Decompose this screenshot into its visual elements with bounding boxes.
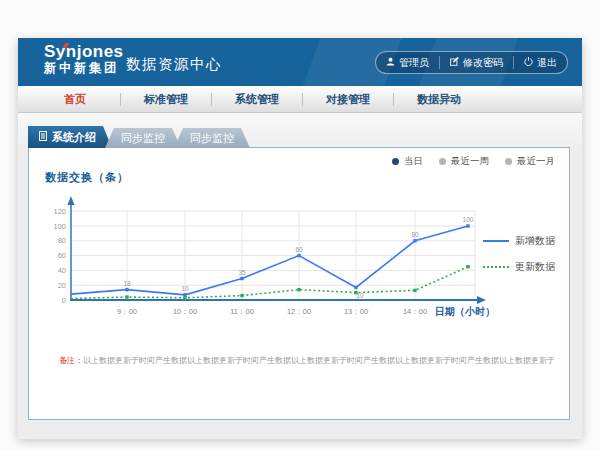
svg-text:12：00: 12：00: [287, 307, 311, 316]
svg-text:日期（小时）: 日期（小时）: [435, 306, 495, 317]
svg-text:14：00: 14：00: [403, 307, 427, 316]
svg-text:9：00: 9：00: [117, 307, 137, 316]
radio-dot-icon: [505, 158, 512, 165]
legend-item-new-data: 新增数据: [483, 234, 563, 248]
filter-last-month[interactable]: 最近一月: [505, 155, 555, 168]
svg-text:120: 120: [53, 207, 66, 216]
svg-text:80: 80: [411, 231, 419, 238]
change-password-button[interactable]: 修改密码: [440, 56, 514, 69]
logout-label: 退出: [537, 56, 557, 70]
svg-text:100: 100: [53, 222, 66, 231]
filter-label: 最近一月: [517, 155, 555, 168]
data-exchange-line-chart: 0204060801001209：0010：0011：0012：0013：001…: [29, 188, 499, 323]
nav-item-system-mgmt[interactable]: 系统管理: [212, 93, 303, 106]
user-name-label: 管理员: [399, 56, 429, 70]
nav-item-standard-mgmt[interactable]: 标准管理: [121, 93, 212, 106]
svg-text:0: 0: [62, 296, 66, 305]
legend-label: 新增数据: [515, 234, 555, 248]
svg-text:40: 40: [58, 266, 66, 275]
footnote-text: 以上数据更新于时间产生数据以上数据更新于时间产生数据以上数据更新于时间产生数据以…: [83, 356, 555, 365]
svg-text:60: 60: [58, 251, 66, 260]
svg-text:35: 35: [238, 269, 246, 276]
svg-text:11：00: 11：00: [230, 307, 254, 316]
tab-label: 同步监控: [121, 131, 165, 146]
legend-label: 更新数据: [515, 260, 555, 274]
footnote-prefix: 备注：: [59, 356, 83, 365]
nav-item-interface-mgmt[interactable]: 对接管理: [303, 93, 394, 106]
filter-today[interactable]: 当日: [392, 155, 423, 168]
filter-last-week[interactable]: 最近一周: [439, 155, 489, 168]
svg-text:10：00: 10：00: [173, 307, 197, 316]
chart-y-axis-title: 数据交换（条）: [45, 170, 129, 185]
logo-text-en: Synjones: [44, 43, 124, 62]
logo-text-cn: 新中新集团: [44, 62, 124, 76]
document-icon: [39, 131, 47, 143]
tab-sync-monitor-2[interactable]: 同步监控: [174, 128, 250, 148]
tab-label: 同步监控: [190, 131, 234, 146]
svg-text:10: 10: [181, 285, 189, 292]
tab-system-intro[interactable]: 系统介绍: [28, 126, 112, 148]
svg-text:18: 18: [123, 280, 131, 287]
company-logo: Synjones 新中新集团: [44, 43, 124, 75]
change-password-label: 修改密码: [463, 56, 503, 70]
svg-text:80: 80: [58, 236, 66, 245]
power-icon: [524, 57, 533, 68]
logout-button[interactable]: 退出: [514, 56, 567, 69]
dotted-line-icon: [483, 266, 509, 268]
user-icon: [386, 57, 395, 68]
filter-label: 最近一周: [451, 155, 489, 168]
solid-line-icon: [483, 240, 509, 242]
page-title: 数据资源中心: [126, 55, 222, 74]
chart-panel: 当日 最近一周 最近一月 数据交换（条） 0204060801001209：00…: [28, 147, 570, 420]
tab-label: 系统介绍: [52, 130, 96, 145]
nav-item-data-changes[interactable]: 数据异动: [394, 93, 484, 106]
app-window: Synjones 新中新集团 数据资源中心 管理员 修改密码 退出 首页 标准管…: [18, 38, 582, 438]
main-nav: 首页 标准管理 系统管理 对接管理 数据异动: [18, 86, 582, 113]
tab-bar: 系统介绍 同步监控 同步监控: [28, 126, 250, 148]
content-area: 系统介绍 同步监控 同步监控 当日 最近一周: [18, 113, 582, 439]
series-legend: 新增数据 更新数据: [483, 234, 563, 286]
user-toolbar: 管理员 修改密码 退出: [375, 51, 568, 74]
filter-label: 当日: [404, 155, 423, 168]
svg-text:100: 100: [463, 216, 474, 223]
tab-sync-monitor-1[interactable]: 同步监控: [105, 128, 181, 148]
app-header: Synjones 新中新集团 数据资源中心 管理员 修改密码 退出: [18, 38, 582, 86]
range-filter-group: 当日 最近一周 最近一月: [392, 155, 555, 168]
user-menu[interactable]: 管理员: [376, 56, 440, 69]
nav-item-home[interactable]: 首页: [30, 93, 121, 106]
radio-dot-icon: [439, 158, 446, 165]
radio-dot-icon: [392, 158, 399, 165]
footnote: 备注：以上数据更新于时间产生数据以上数据更新于时间产生数据以上数据更新于时间产生…: [59, 355, 555, 366]
svg-text:20: 20: [58, 281, 66, 290]
edit-icon: [450, 57, 459, 68]
svg-text:60: 60: [295, 246, 303, 253]
legend-item-updated-data: 更新数据: [483, 260, 563, 274]
svg-text:13：00: 13：00: [344, 307, 368, 316]
